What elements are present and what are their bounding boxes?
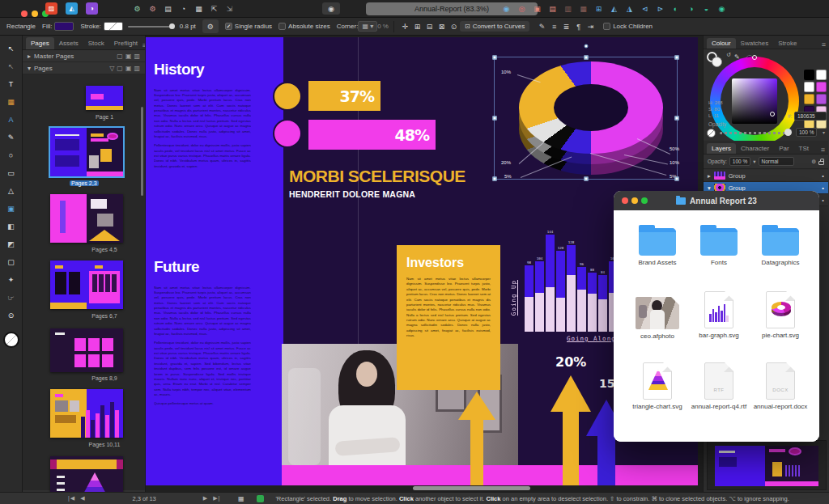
insert-target-icon[interactable]: ⊙ <box>448 20 460 32</box>
delete-page-icon[interactable]: ▥ <box>134 65 140 72</box>
canvas-horizontal-scrollbar[interactable] <box>413 486 530 490</box>
layer-row-group-1[interactable]: ▸ Group • <box>704 170 828 182</box>
table-tool[interactable]: ▦ <box>5 95 17 108</box>
fill-swatch[interactable] <box>54 22 74 31</box>
photo-app-icon[interactable]: ◑ <box>86 2 98 15</box>
tab-layers[interactable]: Layers <box>707 143 736 154</box>
finder-item-ceo-afphoto[interactable]: ceo.afphoto <box>627 294 688 341</box>
close-window-button[interactable] <box>21 11 28 17</box>
align-left-icon[interactable]: ⊞ <box>411 20 423 32</box>
previous-spread-button[interactable]: ◀ <box>80 495 85 502</box>
disclosure-icon[interactable]: ▸ <box>28 53 31 60</box>
finder-item-fonts[interactable]: Fonts <box>688 223 750 267</box>
pages-row[interactable]: ▾ Pages ▽▢▣▥ <box>23 62 145 74</box>
colour-picker-tool[interactable]: ✦ <box>5 273 17 286</box>
colour-swatch[interactable] <box>804 94 814 104</box>
minimize-window-button[interactable] <box>32 11 38 17</box>
noise-opacity-icon[interactable] <box>707 129 716 138</box>
tab-text-styles[interactable]: TSt <box>794 143 814 154</box>
first-spread-button[interactable]: |◀ <box>68 495 75 502</box>
tab-stroke[interactable]: Stroke <box>773 38 801 49</box>
align-right-icon[interactable]: ⊠ <box>436 20 448 32</box>
disclosure-icon[interactable]: ▸ <box>708 172 711 180</box>
tab-paragraph[interactable]: Par <box>774 143 793 154</box>
frame-text-tool[interactable]: T <box>5 78 17 90</box>
opacity-value[interactable]: 100 % <box>796 128 817 137</box>
fill-gradient-tool[interactable]: ◧ <box>5 220 17 232</box>
rotate-ccw-icon[interactable]: ⊲ <box>639 2 651 15</box>
absolute-sizes-checkbox[interactable] <box>278 23 286 30</box>
align-center-icon[interactable]: ⊟ <box>423 20 436 32</box>
pin-icon[interactable]: ⇱ <box>208 2 220 15</box>
stroke-width-slider[interactable] <box>128 26 173 28</box>
shape-tool[interactable]: △ <box>5 184 17 197</box>
zoom-tool[interactable]: ⊙ <box>5 309 17 321</box>
edit-appearance-icon[interactable]: ✎ <box>536 20 548 32</box>
page-thumbnail-8-9[interactable] <box>50 328 123 372</box>
export-panel-icon[interactable]: ▦ <box>193 2 205 15</box>
snapshot-icon[interactable]: ⇲ <box>223 2 236 15</box>
lock-icon[interactable] <box>818 161 824 165</box>
page-thumbnail-1[interactable] <box>86 86 123 110</box>
snapping-icon[interactable]: ⊞ <box>593 2 605 15</box>
tab-assets[interactable]: Assets <box>54 37 83 49</box>
single-radius-checkbox[interactable]: ✓ <box>225 23 232 30</box>
insert-behind-icon[interactable]: ▥ <box>562 2 574 15</box>
boolean-add-icon[interactable]: ◐ <box>670 2 682 15</box>
swap-colours-icon[interactable]: ↺ <box>726 52 731 58</box>
corner-type-dropdown[interactable]: ▦ ▾ <box>358 21 377 32</box>
transparency-tool[interactable]: ◩ <box>5 238 17 250</box>
node-tool[interactable]: ↖ <box>5 60 17 72</box>
selection-handle[interactable] <box>675 116 679 121</box>
master-pages-row[interactable]: ▸ Master Pages ▢▣▥ <box>23 50 145 62</box>
boolean-divide-icon[interactable]: ◒ <box>700 2 712 15</box>
ellipse-tool[interactable]: ○ <box>5 149 17 161</box>
flip-horizontal-icon[interactable]: ◭ <box>608 2 620 15</box>
artistic-text-tool[interactable]: A <box>5 113 17 125</box>
tab-swatches[interactable]: Swatches <box>736 38 774 49</box>
tab-pages[interactable]: Pages <box>26 37 54 49</box>
finder-item-bar-graph-svg[interactable]: bar-graph.svg <box>688 291 750 340</box>
convert-to-curves-button[interactable]: ⊡Convert to Curves <box>460 21 529 32</box>
indent-icon[interactable]: ⇥ <box>585 20 597 32</box>
preview-toggle-icon[interactable]: ◉ <box>322 2 340 15</box>
finder-item-triangle-chart-svg[interactable]: triangle-chart.svg <box>627 362 688 411</box>
duplicate-master-icon[interactable]: ▣ <box>125 53 132 60</box>
tab-stock[interactable]: Stock <box>83 37 109 49</box>
persona-icon[interactable]: ◉ <box>500 2 512 15</box>
pen-tool[interactable]: ✎ <box>5 131 17 143</box>
hex-value[interactable]: 180635 <box>794 112 827 121</box>
selection-handle[interactable] <box>493 116 497 121</box>
donut-chart-selection[interactable]: 10% 20% 5% 50% 10% 5% <box>494 57 678 180</box>
grid-toggle-icon[interactable]: ▦ <box>235 493 247 504</box>
finder-window[interactable]: Annual Report 23 Brand Assets Fonts Data… <box>614 191 819 442</box>
lock-children-checkbox[interactable] <box>603 23 610 30</box>
selection-handle[interactable] <box>675 56 679 60</box>
designer-app-icon[interactable]: ◭ <box>66 2 78 15</box>
corner-value[interactable]: 0 % <box>377 23 389 30</box>
layer-fx-gear-icon[interactable]: ⚙ <box>811 159 816 165</box>
panel-menu-icon[interactable]: ≡ <box>822 40 826 49</box>
next-spread-button[interactable]: ▶ <box>203 495 208 502</box>
layer-visibility-dot[interactable]: • <box>822 172 824 180</box>
colour-swatch[interactable] <box>804 82 814 92</box>
selection-handle[interactable] <box>584 177 588 181</box>
flip-vertical-icon[interactable]: ◮ <box>623 2 636 15</box>
finder-item-annual-report-q4-rtf[interactable]: RTF annual-report-q4.rtf <box>688 362 750 411</box>
current-colour-well[interactable] <box>3 332 19 348</box>
tab-colour[interactable]: Colour <box>707 38 736 49</box>
finder-item-datagraphics[interactable]: Datagraphics <box>750 223 811 267</box>
stroke-properties-gear-icon[interactable]: ⚙ <box>202 19 219 33</box>
hue-marker[interactable] <box>752 55 757 60</box>
place-image-tool[interactable]: ▣ <box>5 202 17 214</box>
tab-character[interactable]: Character <box>736 143 774 154</box>
blend-mode-dropdown[interactable]: Normal <box>759 157 794 166</box>
view-tool[interactable]: ☞ <box>5 291 17 303</box>
tab-preflight[interactable]: Preflight <box>109 37 142 49</box>
colour-swatch[interactable] <box>816 70 827 80</box>
paragraph-icon[interactable]: ¶ <box>572 20 585 32</box>
settings-gear-icon[interactable]: ⚙ <box>147 2 159 15</box>
selection-handle[interactable] <box>493 56 497 60</box>
opacity-knob[interactable] <box>784 129 792 136</box>
colour-swatch[interactable] <box>816 82 827 92</box>
